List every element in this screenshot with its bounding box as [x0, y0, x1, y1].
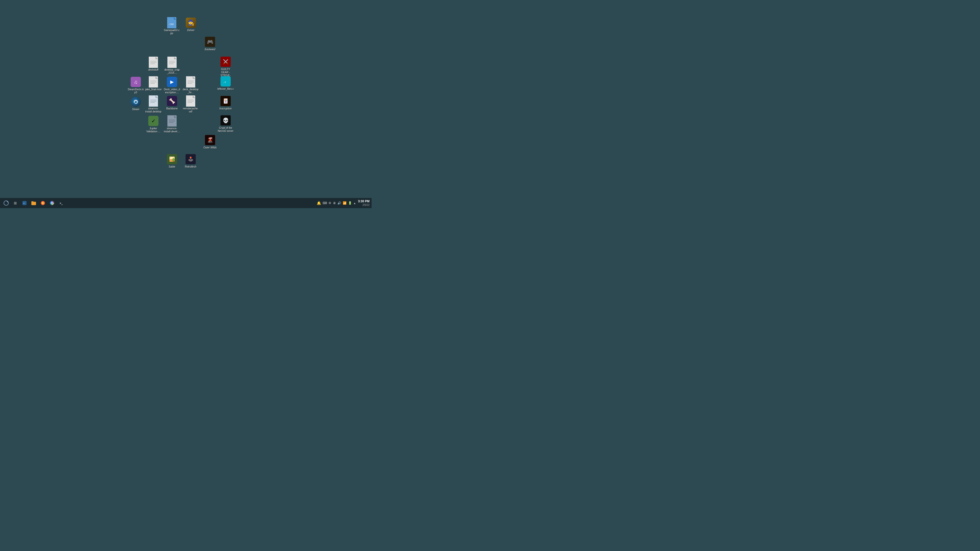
taskbar-sys-icons: 🔔 ⌨ ⚙ 🖥 🔊 📶 🔋 ▲ [317, 201, 356, 205]
icon-label: Delver [187, 29, 195, 32]
svg-point-57 [42, 203, 43, 203]
icon-deck-video[interactable]: ▶ Deck_video_description.... [163, 76, 181, 95]
icon-steamos-devel[interactable]: steamos-install-devel.... [163, 115, 181, 134]
icon-label: jake_final.mov [145, 88, 162, 91]
network-icon[interactable]: 📶 [343, 201, 347, 205]
icon-deckstuff[interactable]: deckstuff [144, 56, 162, 73]
icon-outer-wilds[interactable]: 🌋 Outer Wilds [201, 134, 219, 150]
icon-sable[interactable]: 🏜️ Sable [163, 153, 181, 169]
clock-time: 3:30 PM [358, 200, 369, 203]
taskbar: ⊞ ≡ [0, 198, 372, 208]
icon-label: Crypt of the NecroD ancer [218, 127, 234, 133]
icon-label: leftover_files.c [218, 87, 234, 91]
taskbar-right: 🔔 ⌨ ⚙ 🖥 🔊 📶 🔋 ▲ 3:30 PM 2/5/22 [317, 200, 369, 207]
taskbar-chrome[interactable] [48, 199, 56, 207]
icon-label: steamos-install-devel.... [164, 127, 180, 133]
taskbar-file-manager[interactable] [30, 199, 38, 207]
icon-remotecache[interactable]: remotecache.vdf [181, 95, 200, 114]
icon-delver[interactable]: 🧙 Delver [182, 17, 200, 33]
terminal-label: >_ [60, 202, 63, 205]
icon-label: remotecache.vdf [183, 107, 199, 113]
icon-label: Outer Wilds [204, 146, 217, 149]
icon-inscryption[interactable]: 🃏 Inscryption [216, 95, 235, 111]
icon-label: Inscryption [220, 107, 232, 110]
icon-steamdeck-mp3[interactable]: ♫ SteamDeck.mp3 [127, 76, 145, 95]
icon-label: steamos-install.desktop [145, 107, 162, 113]
icon-crypt-necrodancer[interactable]: 💀 Crypt of the NecroD ancer [216, 114, 235, 134]
icon-label: Eastward [205, 48, 215, 51]
taskbar-clock[interactable]: 3:30 PM 2/5/22 [358, 200, 369, 207]
volume-icon[interactable]: 🔊 [337, 201, 341, 205]
keyboard-icon[interactable]: ⌨ [323, 201, 327, 205]
icon-label: Sable [169, 165, 175, 168]
tray-expand[interactable]: ▲ [353, 202, 356, 205]
icon-label: deck_desktop_fin... [183, 88, 199, 94]
icon-label: desktop_crap_2018.... [164, 68, 180, 75]
svg-text:.c: .c [223, 81, 226, 83]
icon-eastward[interactable]: 🎮 Eastward [201, 36, 219, 52]
icon-backbone[interactable]: 🦴 Backbone [163, 95, 181, 111]
taskbar-terminal[interactable]: >_ [57, 199, 65, 207]
taskbar-apps: ⊞ ≡ [2, 199, 65, 207]
icon-label: RetroArch [185, 165, 196, 168]
icon-steamos-install[interactable]: steamos-install.desktop [144, 95, 162, 114]
display-icon[interactable]: 🖥 [333, 201, 336, 205]
icon-gamepadui-cpp[interactable]: .cpp GamepadUI.cpp [162, 17, 181, 36]
taskbar-activities[interactable] [2, 199, 10, 207]
settings-icon[interactable]: ⚙ [328, 201, 331, 205]
icon-label: GamepadUI.cpp [164, 29, 180, 35]
icon-label: Deck_video_description.... [164, 88, 180, 94]
icon-desktop-crap[interactable]: desktop_crap_2018.... [163, 56, 181, 76]
taskbar-firefox[interactable] [39, 199, 47, 207]
icon-deck-desktop[interactable]: deck_desktop_fin... [181, 76, 200, 95]
icon-label: Backbone [166, 107, 178, 110]
svg-point-60 [52, 203, 53, 204]
icon-label: deckstuff [148, 68, 159, 71]
svg-text:.cpp: .cpp [168, 23, 174, 25]
desktop: .cpp GamepadUI.cpp 🧙 Delver 🎮 Eastward [0, 0, 372, 198]
icon-leftover-files[interactable]: .c leftover_files.c [216, 75, 235, 92]
svg-text:≡: ≡ [23, 202, 25, 205]
taskbar-files-overview[interactable]: ⊞ [11, 199, 19, 207]
icon-steam[interactable]: Steam [127, 96, 145, 112]
icon-jake-final[interactable]: jake_final.mov [144, 76, 162, 92]
icon-label: SteamDeck.mp3 [127, 88, 144, 94]
icon-label: Jupiter Validation ... [145, 127, 162, 133]
icon-retroarch[interactable]: 🕹️ RetroArch [181, 153, 200, 169]
taskbar-app3[interactable]: ≡ [21, 199, 29, 207]
icon-jupiter-validation[interactable]: ✓ Jupiter Validation ... [144, 115, 162, 134]
icon-label: Steam [132, 108, 140, 111]
clock-date: 2/5/22 [358, 203, 369, 206]
bluetooth-icon[interactable]: 🔋 [348, 201, 352, 205]
notification-icon[interactable]: 🔔 [317, 201, 321, 205]
icon-guilty-gear[interactable]: ⚔️ GUILTY GEAR - STRIVE- [216, 56, 235, 78]
